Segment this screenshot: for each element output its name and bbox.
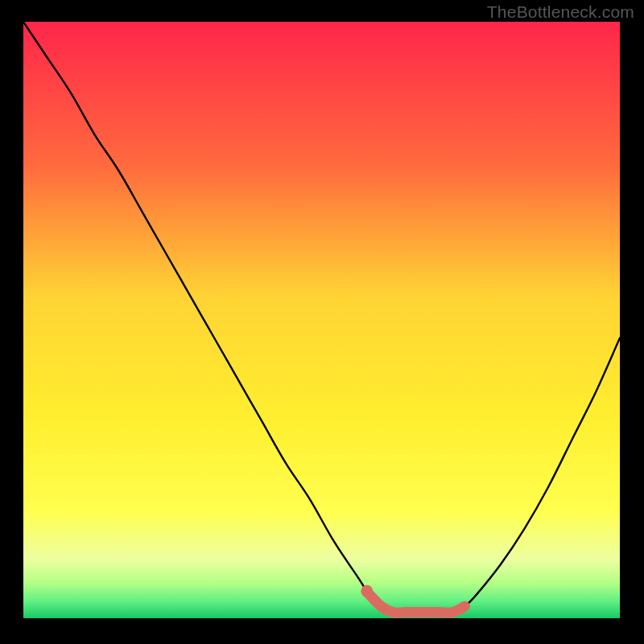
plot-area [23, 22, 620, 618]
watermark-text: TheBottleneck.com [487, 2, 634, 22]
bottleneck-chart [0, 0, 644, 644]
optimal-range-start [361, 585, 373, 597]
chart-stage: { "watermark": "TheBottleneck.com", "col… [0, 0, 644, 644]
